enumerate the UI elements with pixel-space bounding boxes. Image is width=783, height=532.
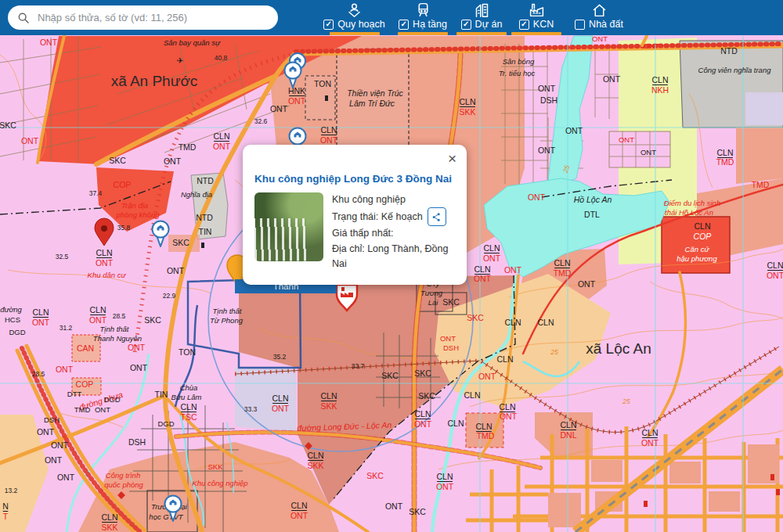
map-label: CLN [180, 402, 197, 412]
map-label: ✈ [177, 56, 184, 65]
map-label: ONT [320, 135, 338, 145]
map-label: ONT [167, 266, 185, 275]
map-label: CLN [32, 307, 49, 317]
share-button[interactable] [428, 207, 446, 226]
map-label: TMD [74, 405, 91, 414]
map-label: ONT [528, 192, 546, 202]
map-label: DGD [9, 328, 25, 336]
map-label: ONT [565, 126, 583, 135]
checkbox-nha-dat[interactable]: ✓ [575, 20, 585, 30]
checkbox-kcn[interactable]: ✓ [519, 20, 529, 30]
map-label: SKC [442, 297, 460, 307]
map-label: ONT [440, 334, 456, 343]
map-label: 35.2 [273, 353, 287, 361]
map-label: CLN [716, 148, 733, 157]
map-label: COP [76, 379, 94, 389]
map-label: Khu công nghiệp [192, 479, 247, 487]
map-label: CLN [414, 409, 431, 419]
search-input[interactable] [36, 11, 269, 24]
map-label: ONT [290, 511, 309, 520]
map-label: Nghĩa địa [181, 190, 212, 199]
map-label: ONT [21, 136, 39, 146]
tab-quy-hoach[interactable]: ✓Quy hoạch [317, 0, 392, 35]
map-label: TMD [554, 268, 572, 278]
checkbox-du-an[interactable]: ✓ [461, 20, 471, 30]
map-label: CLN [483, 243, 500, 253]
checkbox-quy-hoach[interactable]: ✓ [323, 20, 334, 30]
map-label: TON [179, 347, 196, 357]
layer-menu: ✓Quy hoạch ✓Hạ tầng ✓Dự án ✓KCN [317, 0, 634, 35]
map-label: ONT [483, 253, 501, 263]
map-label: 32.5 [56, 253, 69, 261]
tab-label: Dự án [475, 19, 503, 30]
map-label: ONT [128, 343, 146, 352]
map-label: CLN [213, 131, 229, 141]
map-label: Khu dân cư [88, 271, 127, 279]
active-tab-indicator [330, 32, 380, 35]
map-label: CAN [77, 343, 94, 353]
map-label: CLN [651, 75, 668, 84]
map-label: ONT [414, 419, 432, 429]
map-label: N [2, 501, 9, 511]
map-label: ONT [500, 412, 518, 421]
map-label: Tịnh thất [100, 325, 129, 333]
map-label: SKC [109, 156, 126, 165]
map-label: ONT [45, 455, 63, 465]
map-label: ONT [272, 404, 290, 413]
checkbox-ha-tang[interactable]: ✓ [399, 20, 409, 30]
map-label: Lâm Trí Đức [349, 99, 395, 108]
map-label: học GTVT [149, 512, 183, 521]
map-label: 31.2 [60, 324, 73, 332]
map-label: SKK [307, 461, 323, 470]
map-label: Sân bóng [503, 57, 535, 66]
tab-nha-dat[interactable]: ✓Nhà đất [564, 0, 634, 35]
map-label: SKC [0, 120, 16, 130]
tab-du-an[interactable]: ✓Dự án [454, 0, 509, 35]
info-popup: × Khu công nghiệp Long Đức 3 Đồng Nai Kh… [243, 145, 467, 285]
active-tab-indicator [511, 32, 561, 35]
map-label: CLN [447, 419, 464, 428]
map-label: ONT [270, 104, 288, 113]
share-icon [431, 212, 442, 222]
map-label: ONT [578, 279, 596, 289]
building-icon [474, 2, 490, 18]
map-label: SKC [418, 391, 435, 401]
map-label: CLN [694, 221, 710, 231]
search-icon [17, 12, 30, 24]
map-label: CLN [641, 428, 658, 437]
map-label: CLN [554, 258, 570, 268]
map-label: DSH [128, 437, 146, 447]
map-label: NTD [720, 46, 738, 56]
map-label: 13.2 [5, 487, 18, 494]
map-label: CLN [320, 391, 337, 401]
project-status: Trạng thái: Kế hoạch [332, 210, 423, 225]
map-label: ONT [538, 146, 556, 155]
search-box[interactable] [8, 5, 278, 30]
map-label: COP [114, 180, 132, 189]
map-label: HNK [288, 86, 305, 95]
planning-pin-icon [346, 2, 363, 18]
map-label: ONT [474, 274, 492, 283]
project-thumbnail[interactable] [254, 192, 323, 261]
map-label: TIN [155, 390, 168, 399]
map-label: 28.5 [32, 370, 45, 378]
app-window: Sân bay quân sự✈40,8xã An PhướcONTSKCONT… [0, 0, 783, 532]
close-icon[interactable]: × [448, 151, 456, 166]
map-label: ONT [40, 38, 58, 47]
active-tab-indicator [398, 32, 448, 35]
map-label: ONT [95, 405, 110, 414]
map-label: CLN [767, 261, 783, 270]
tab-ha-tang[interactable]: ✓Hạ tầng [392, 0, 454, 35]
map-label: 25 [622, 397, 630, 405]
map-label: ONT [288, 96, 306, 106]
tab-label: Quy hoạch [337, 19, 384, 30]
map-label: Chùa [180, 383, 198, 392]
map-label: NTD [196, 213, 213, 222]
map-label: 22.9 [163, 292, 176, 300]
map-label: CLN [496, 354, 513, 364]
map-label: 33.7 [352, 362, 365, 370]
map-label: xã Lộc An [586, 340, 651, 357]
tab-kcn[interactable]: ✓KCN [509, 0, 564, 35]
map-label: ONT [164, 156, 182, 166]
map-label: SKC [144, 315, 161, 325]
